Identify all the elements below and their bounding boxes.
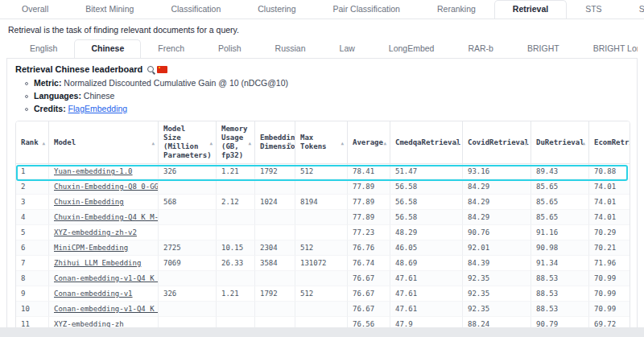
cell-duretrieval: 91.34 (531, 256, 589, 271)
column-header-duretrieval[interactable]: DuRetrieval▲ (531, 121, 589, 164)
credits-link[interactable]: FlagEmbedding (68, 104, 128, 113)
sort-asc-icon[interactable]: ▲ (248, 138, 251, 147)
column-header-average[interactable]: Average▲ (348, 121, 390, 164)
cell-rank: 7 (16, 256, 49, 271)
cell-embedding-dimensions: 3584 (255, 256, 295, 271)
cell-embedding-dimensions (255, 179, 295, 195)
cell-ecomretrieval: 71.96 (589, 256, 630, 271)
task-tabbar: OverallBitext MiningClassificationCluste… (0, 0, 644, 19)
cell-max-tokens (295, 302, 348, 317)
cell-model: Chuxin-Embedding-Q8_0-GGUF (49, 179, 159, 195)
language-tab-russian[interactable]: Russian (258, 39, 323, 58)
cell-average: 77.89 (348, 210, 390, 225)
cell-max-tokens (295, 225, 348, 240)
column-header-covidretrieval[interactable]: CovidRetrieval▲ (463, 121, 531, 164)
column-header-ecomretrieval[interactable]: EcomRetrieval▲ (589, 121, 630, 164)
language-tab-longembed[interactable]: LongEmbed (372, 39, 452, 58)
meta-text: Metric: Normalized Discounted Cumulative… (34, 78, 288, 88)
cell-max-tokens (295, 179, 348, 195)
language-tab-bright[interactable]: BRIGHT (510, 39, 576, 58)
sort-asc-icon[interactable]: ▲ (456, 138, 459, 147)
table-row: 1Yuan-embedding-1.03261.21179251278.4151… (16, 164, 630, 179)
cell-memory-usage-gb-fp32 (217, 317, 255, 327)
column-header-label: Model Size (Million Parameters) (163, 125, 212, 159)
cell-model-size-million-parameters (159, 302, 217, 317)
model-link[interactable]: Chuxin-Embedding-Q4_K_M-GGUF (54, 213, 159, 221)
table-row: 6MiniCPM-Embedding272510.15230451276.764… (16, 240, 630, 256)
model-link[interactable]: Chuxin-Embedding (54, 198, 124, 206)
model-link[interactable]: Zhihui_LLM_Embedding (54, 259, 141, 267)
model-link[interactable]: Yuan-embedding-1.0 (54, 167, 133, 175)
language-tab-polish[interactable]: Polish (201, 39, 258, 58)
task-tab-overall[interactable]: Overall (3, 0, 67, 18)
cell-cmedqaretrieval: 47.61 (390, 302, 463, 317)
sort-asc-icon[interactable]: ▲ (42, 138, 45, 147)
task-tab-reranking[interactable]: Reranking (419, 0, 494, 18)
cell-covidretrieval: 92.35 (463, 271, 531, 286)
column-header-memory-usage-gb-fp32[interactable]: Memory Usage (GB, fp32)▲ (217, 121, 255, 164)
cell-average: 76.67 (348, 271, 390, 286)
model-link[interactable]: Conan-embedding-v1 (54, 290, 133, 298)
cell-ecomretrieval: 70.21 (589, 240, 630, 256)
task-tab-classification[interactable]: Classification (152, 0, 239, 18)
sort-asc-icon[interactable]: ▲ (151, 138, 155, 147)
cell-memory-usage-gb-fp32 (217, 179, 255, 195)
model-link[interactable]: Conan-embedding-v1-Q4_K_S-GGUF (54, 305, 159, 313)
model-link[interactable]: Chuxin-Embedding-Q8_0-GGUF (54, 183, 159, 191)
cell-duretrieval: 89.43 (531, 164, 589, 179)
leaderboard-title: Retrieval Chinese leaderboard (15, 64, 629, 74)
cell-ecomretrieval: 74.01 (589, 179, 630, 195)
column-header-cmedqaretrieval[interactable]: CmedqaRetrieval▲ (390, 121, 463, 164)
column-header-embedding-dimensions[interactable]: Embedding Dimensions▲ (255, 121, 295, 164)
task-tab-summarization[interactable]: Summarization (621, 0, 644, 18)
column-header-model[interactable]: Model▲ (49, 121, 159, 164)
cell-duretrieval: 88.53 (531, 302, 589, 317)
model-link[interactable]: Conan-embedding-v1-Q4_K_M-GGUF (54, 274, 159, 282)
language-tab-law[interactable]: Law (323, 39, 372, 58)
cell-average: 76.67 (348, 286, 390, 302)
task-tab-sts[interactable]: STS (567, 0, 620, 18)
cell-memory-usage-gb-fp32: 2.12 (217, 195, 255, 210)
task-tab-clustering[interactable]: Clustering (239, 0, 314, 18)
cell-cmedqaretrieval: 47.61 (390, 271, 463, 286)
table-row: 8Conan-embedding-v1-Q4_K_M-GGUF76.6747.6… (16, 271, 630, 286)
cell-rank: 6 (16, 240, 49, 256)
cell-max-tokens: 512 (295, 286, 348, 302)
cell-model-size-million-parameters: 326 (159, 286, 217, 302)
cell-duretrieval: 85.65 (531, 179, 589, 195)
cell-memory-usage-gb-fp32 (217, 302, 255, 317)
cell-ecomretrieval: 69.72 (589, 317, 630, 327)
model-link[interactable]: MiniCPM-Embedding (54, 244, 128, 252)
language-tab-french[interactable]: French (141, 39, 201, 58)
column-header-model-size-million-parameters[interactable]: Model Size (Million Parameters)▲ (159, 121, 217, 164)
sort-asc-icon[interactable]: ▲ (209, 138, 213, 147)
sort-asc-icon[interactable]: ▲ (582, 138, 585, 147)
language-tabbar: EnglishChineseFrenchPolishRussianLawLong… (6, 39, 638, 59)
sort-asc-icon[interactable]: ▲ (383, 138, 386, 147)
bullet-icon (25, 95, 28, 98)
language-tab-rar-b[interactable]: RAR-b (451, 39, 510, 58)
leaderboard-title-text: Retrieval Chinese leaderboard (15, 64, 142, 74)
cell-model: Conan-embedding-v1 (49, 286, 159, 302)
column-header-max-tokens[interactable]: Max Tokens▲ (295, 121, 348, 164)
task-tab-pair-classification[interactable]: Pair Classification (315, 0, 419, 18)
cell-rank: 10 (16, 302, 49, 317)
task-tab-retrieval[interactable]: Retrieval (494, 0, 567, 19)
column-header-rank[interactable]: Rank▲ (16, 121, 49, 164)
sort-asc-icon[interactable]: ▲ (288, 138, 291, 147)
leaderboard-meta-list: Metric: Normalized Discounted Cumulative… (7, 78, 637, 114)
language-tab-chinese[interactable]: Chinese (74, 39, 141, 59)
task-tab-bitext-mining[interactable]: Bitext Mining (67, 0, 152, 18)
language-tab-bright-long[interactable]: BRIGHT Long (576, 39, 638, 58)
cell-model: Conan-embedding-v1-Q4_K_M-GGUF (49, 271, 159, 286)
model-link[interactable]: XYZ-embedding-zh (54, 320, 124, 327)
sort-asc-icon[interactable]: ▲ (524, 138, 527, 147)
cell-embedding-dimensions: 1792 (255, 164, 295, 179)
cell-max-tokens: 8194 (295, 195, 348, 210)
model-link[interactable]: XYZ-embedding-zh-v2 (54, 228, 137, 236)
language-tab-english[interactable]: English (13, 39, 74, 58)
cell-cmedqaretrieval: 51.47 (390, 164, 463, 179)
cell-max-tokens: 131072 (295, 256, 348, 271)
cell-embedding-dimensions (255, 317, 295, 327)
sort-asc-icon[interactable]: ▲ (341, 138, 344, 147)
